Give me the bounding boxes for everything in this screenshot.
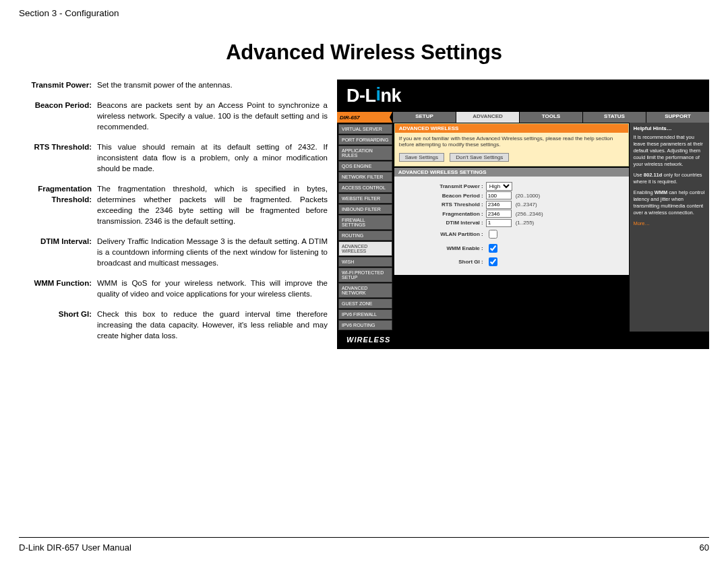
definition-text: Set the transmit power of the antennas. [94, 80, 328, 90]
wlan-checkbox[interactable] [489, 230, 497, 239]
hints-more-link[interactable]: More… [633, 220, 706, 227]
beacon-range: (20..1000) [516, 193, 540, 199]
dtim-range: (1..255) [516, 220, 535, 226]
definitions-list: Transmit Power:Set the transmit power of… [11, 80, 328, 350]
hints-p2: Use 802.11d only for countries where it … [633, 172, 706, 185]
frag-input[interactable] [486, 210, 512, 218]
gi-checkbox[interactable] [489, 257, 497, 266]
definition-text: Beacons are packets sent by an Access Po… [94, 100, 328, 132]
sidebar-item[interactable]: ADVANCED WIRELESS [338, 241, 392, 256]
definition-text: WMM is QoS for your wireless network. Th… [94, 278, 328, 299]
rts-input[interactable] [486, 201, 512, 209]
tab-advanced[interactable]: ADVANCED [456, 112, 519, 123]
definition-label: Transmit Power: [11, 80, 94, 90]
hints-header: Helpful Hints… [633, 125, 706, 132]
router-sidebar: VIRTUAL SERVERPORT FORWARDINGAPPLICATION… [337, 123, 394, 332]
notification-box: ADVANCED WIRELESS If you are not familia… [394, 123, 630, 166]
sidebar-item[interactable]: FIREWALL SETTINGS [338, 215, 392, 230]
sidebar-item[interactable]: ACCESS CONTROL [338, 183, 392, 193]
definition-row: Short GI:Check this box to reduce the gu… [11, 309, 328, 341]
router-footer: WIRELESS [337, 332, 709, 349]
definition-label: DTIM Interval: [11, 236, 94, 268]
frag-label: Fragmentation : [401, 211, 486, 217]
settings-header: ADVANCED WIRELESS SETTINGS [394, 168, 630, 177]
sidebar-item[interactable]: QOS ENGINE [338, 161, 392, 171]
gi-label: Short GI : [401, 259, 486, 265]
notif-text: If you are not familiar with these Advan… [395, 133, 629, 150]
router-admin-screenshot: D-Link DIR-657 SETUPADVANCEDTOOLSSTATUSS… [337, 80, 709, 349]
definition-text: Delivery Traffic Indication Message 3 is… [94, 236, 328, 268]
notif-buttons: Save Settings Don't Save Settings [395, 150, 629, 166]
definition-text: This value should remain at its default … [94, 142, 328, 174]
dtim-input[interactable] [486, 219, 512, 227]
definition-row: WMM Function:WMM is QoS for your wireles… [11, 278, 328, 299]
tab-tools[interactable]: TOOLS [519, 112, 582, 123]
router-top-bar: D-Link [337, 80, 709, 112]
save-settings-button[interactable]: Save Settings [399, 153, 444, 162]
section-header: Section 3 - Configuration [19, 8, 119, 18]
rts-label: RTS Threshold : [401, 201, 486, 208]
transmit-power-select[interactable]: High [486, 182, 512, 191]
tab-setup[interactable]: SETUP [392, 112, 456, 123]
tab-support[interactable]: SUPPORT [646, 112, 709, 123]
definition-label: Fragmentation Threshold: [11, 183, 94, 226]
definition-row: Transmit Power:Set the transmit power of… [11, 80, 328, 90]
definition-label: Beacon Period: [11, 100, 94, 132]
rts-range: (0..2347) [516, 201, 537, 208]
transmit-power-label: Transmit Power : [401, 183, 486, 189]
settings-box: ADVANCED WIRELESS SETTINGS Transmit Powe… [394, 168, 630, 275]
sidebar-item[interactable]: IPV6 ROUTING [338, 320, 392, 330]
definition-label: WMM Function: [11, 278, 94, 299]
definition-row: DTIM Interval:Delivery Traffic Indicatio… [11, 236, 328, 268]
footer-rule [19, 537, 709, 538]
sidebar-item[interactable]: ADVANCED NETWORK [338, 283, 392, 298]
beacon-label: Beacon Period : [401, 193, 486, 199]
model-label: DIR-657 [337, 112, 392, 123]
helpful-hints: Helpful Hints… It is recommended that yo… [630, 123, 709, 332]
hints-p3: Enabling WMM can help control latency an… [633, 189, 706, 216]
definition-label: Short GI: [11, 309, 94, 341]
sidebar-item[interactable]: WI-FI PROTECTED SETUP [338, 268, 392, 282]
definition-row: Fragmentation Threshold:The fragmentatio… [11, 183, 328, 226]
sidebar-item[interactable]: VIRTUAL SERVER [338, 124, 392, 134]
definition-text: Check this box to reduce the guard inter… [94, 309, 328, 341]
footer-page: 60 [700, 542, 709, 553]
sidebar-item[interactable]: WEBSITE FILTER [338, 193, 392, 204]
router-tabs: DIR-657 SETUPADVANCEDTOOLSSTATUSSUPPORT [337, 112, 709, 123]
hints-p1: It is recommended that you leave these p… [633, 134, 706, 168]
footer-manual: D-Link DIR-657 User Manual [19, 542, 131, 553]
dont-save-button[interactable]: Don't Save Settings [450, 153, 509, 162]
brand-logo: D-Link [346, 86, 401, 106]
notif-header: ADVANCED WIRELESS [395, 124, 629, 133]
page-title: Advanced Wireless Settings [0, 40, 728, 65]
sidebar-item[interactable]: APPLICATION RULES [338, 146, 392, 160]
sidebar-item[interactable]: ROUTING [338, 230, 392, 241]
beacon-input[interactable] [486, 191, 512, 199]
sidebar-item[interactable]: IPV6 FIREWALL [338, 309, 392, 319]
sidebar-item[interactable]: GUEST ZONE [338, 299, 392, 309]
wlan-label: WLAN Partition : [401, 231, 486, 237]
tab-status[interactable]: STATUS [582, 112, 646, 123]
wmm-checkbox[interactable] [489, 244, 497, 253]
sidebar-item[interactable]: PORT FORWARDING [338, 135, 392, 145]
frag-range: (256..2346) [516, 211, 543, 217]
sidebar-item[interactable]: WISH [338, 257, 392, 267]
router-center: ADVANCED WIRELESS If you are not familia… [394, 123, 630, 332]
definition-row: RTS Threshold:This value should remain a… [11, 142, 328, 174]
definition-text: The fragmentation threshold, which is sp… [94, 183, 328, 226]
definition-label: RTS Threshold: [11, 142, 94, 174]
wmm-label: WMM Enable : [401, 245, 486, 251]
dtim-label: DTIM Interval : [401, 220, 486, 226]
definition-row: Beacon Period:Beacons are packets sent b… [11, 100, 328, 132]
sidebar-item[interactable]: INBOUND FILTER [338, 204, 392, 214]
sidebar-item[interactable]: NETWORK FILTER [338, 172, 392, 182]
